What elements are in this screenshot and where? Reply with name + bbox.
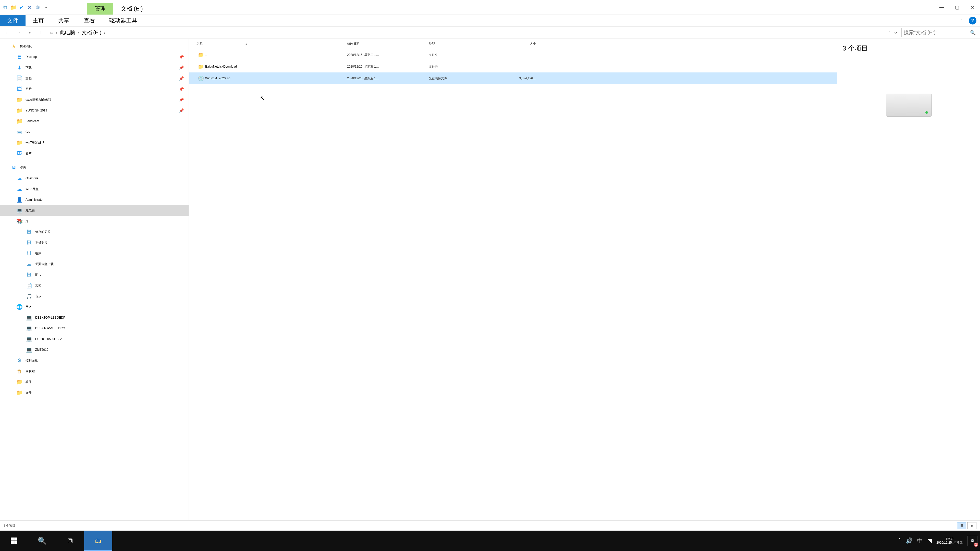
nav-back-button[interactable]: ←	[2, 27, 12, 38]
qat-close-icon[interactable]: ✕	[27, 4, 33, 11]
column-name[interactable]: 名称▴	[197, 41, 347, 46]
tree-item[interactable]: 🌐网络	[0, 302, 189, 312]
tree-item[interactable]: 👤Administrator	[0, 194, 189, 205]
file-list[interactable]: 名称▴ 修改日期 类型 大小 📁12020/12/15, 星期二 1…文件夹📁B…	[189, 39, 837, 520]
volume-icon[interactable]: 🔊	[906, 537, 913, 544]
file-row[interactable]: 💿Win7x64_2020.iso2020/12/25, 星期五 1…光盘映像文…	[189, 73, 837, 84]
file-row[interactable]: 📁BaiduNetdiskDownload2020/12/25, 星期五 1…文…	[189, 61, 837, 73]
clock-date: 2020/12/25, 星期五	[936, 541, 963, 545]
help-button[interactable]: ?	[969, 17, 977, 24]
chevron-right-icon[interactable]: ›	[76, 30, 80, 35]
tree-item[interactable]: 📁文件	[0, 387, 189, 398]
tree-item-label: 下载	[25, 65, 32, 70]
search-box[interactable]: 🔍	[901, 28, 978, 37]
tree-item[interactable]: 📁excel表格制作求和📌	[0, 94, 189, 105]
window-title: 文档 (E:)	[113, 3, 151, 14]
close-button[interactable]: ✕	[965, 2, 980, 13]
ribbon-file[interactable]: 文件	[0, 15, 25, 26]
search-icon[interactable]: 🔍	[970, 30, 976, 35]
ime-indicator[interactable]: 中	[917, 537, 923, 545]
tree-item[interactable]: 📚库	[0, 216, 189, 227]
minimize-button[interactable]: —	[934, 2, 950, 13]
nav-recent-dropdown[interactable]: ▾	[24, 27, 35, 38]
maximize-button[interactable]: ▢	[950, 2, 965, 13]
tree-item[interactable]: 🖴G:\	[0, 127, 189, 137]
clock[interactable]: 16:32 2020/12/25, 星期五	[936, 537, 963, 545]
nav-forward-button[interactable]: →	[13, 27, 24, 38]
tree-item[interactable]: 📁win7重装win7	[0, 137, 189, 148]
file-row[interactable]: 📁12020/12/15, 星期二 1…文件夹	[189, 49, 837, 61]
column-headers[interactable]: 名称▴ 修改日期 类型 大小	[189, 39, 837, 49]
tray-app-icon[interactable]: ◥	[928, 537, 932, 544]
tree-item[interactable]: 🖼图片	[0, 148, 189, 159]
column-date[interactable]: 修改日期	[347, 41, 429, 46]
file-date: 2020/12/25, 星期五 1…	[347, 65, 429, 69]
tree-item[interactable]: 🖼本机照片	[0, 237, 189, 248]
clock-time: 16:32	[946, 537, 953, 541]
taskbar-search-button[interactable]: 🔍	[28, 530, 56, 551]
action-center-button[interactable]: 💬 3	[967, 536, 977, 546]
ribbon-drive-tools[interactable]: 驱动器工具	[102, 15, 145, 26]
tree-item[interactable]: 💻此电脑	[0, 205, 189, 216]
qat-folder-icon[interactable]: 📁	[10, 4, 16, 11]
qat-settings-icon[interactable]: ❁	[35, 4, 41, 11]
taskbar-explorer-button[interactable]: 🗂	[84, 530, 112, 551]
tree-item[interactable]: ☁WPS网盘	[0, 184, 189, 194]
view-details-button[interactable]: ☰	[957, 522, 966, 529]
qat-dropdown-icon[interactable]: ▾	[43, 4, 49, 11]
tree-item[interactable]: 🎵音乐	[0, 291, 189, 302]
start-button[interactable]	[0, 530, 28, 551]
chevron-right-icon[interactable]: ›	[55, 30, 58, 35]
tree-item[interactable]: 🖥桌面	[0, 162, 189, 173]
tree-item[interactable]: 🖼图片📌	[0, 84, 189, 94]
breadcrumb-dropdown-icon[interactable]: ˅	[887, 31, 891, 35]
view-icons-button[interactable]: ▦	[967, 522, 977, 529]
ribbon-share[interactable]: 共享	[51, 15, 76, 26]
tree-item[interactable]: ★快速访问	[0, 41, 189, 52]
tree-item[interactable]: 🖼图片	[0, 269, 189, 280]
tree-item[interactable]: 📁Bandicam	[0, 116, 189, 127]
ribbon-collapse-icon[interactable]: ˄	[956, 15, 966, 26]
tree-item[interactable]: 📁软件	[0, 376, 189, 387]
tree-item[interactable]: ☁天翼云盘下载	[0, 259, 189, 269]
tree-item[interactable]: ⬇下载📌	[0, 62, 189, 73]
qat-check-icon[interactable]: ✔	[18, 4, 24, 11]
lib-icon: 📚	[16, 218, 23, 224]
title-bar: ⧉ 📁 ✔ ✕ ❁ ▾ 管理 文档 (E:) — ▢ ✕	[0, 0, 980, 15]
column-size[interactable]: 大小	[498, 41, 538, 46]
contextual-tab-manage[interactable]: 管理	[87, 3, 113, 14]
tree-item[interactable]: ⚙控制面板	[0, 355, 189, 366]
tree-item[interactable]: 📄文档	[0, 280, 189, 291]
tree-item[interactable]: 🎞视频	[0, 248, 189, 259]
chevron-right-icon[interactable]: ›	[103, 30, 106, 35]
tree-item[interactable]: 💻ZMT2019	[0, 345, 189, 355]
tree-item-label: OneDrive	[25, 176, 38, 180]
tree-item[interactable]: 💻PC-20190530OBLA	[0, 333, 189, 345]
tree-item[interactable]: 🗑回收站	[0, 366, 189, 376]
ribbon-view[interactable]: 查看	[76, 15, 102, 26]
tree-item[interactable]: 📁YUNQISHI2019📌	[0, 105, 189, 116]
tree-item[interactable]: ☁OneDrive	[0, 173, 189, 184]
breadcrumb-drive[interactable]: 文档 (E:)	[80, 29, 103, 36]
tree-item[interactable]: 💻DESKTOP-NJEU3CG	[0, 323, 189, 333]
column-type[interactable]: 类型	[429, 41, 498, 46]
tree-item[interactable]: 📄文档📌	[0, 73, 189, 84]
tree-item-label: Administrator	[25, 198, 44, 202]
refresh-icon[interactable]: ⟳	[893, 31, 899, 35]
tree-item[interactable]: 🖥Desktop📌	[0, 52, 189, 62]
breadcrumb[interactable]: 🖴 › 此电脑 › 文档 (E:) › ˅ ⟳	[47, 28, 900, 37]
quick-access-toolbar: ⧉ 📁 ✔ ✕ ❁ ▾	[0, 4, 51, 11]
tree-item[interactable]: 🖼保存的图片	[0, 227, 189, 237]
music-icon: 🎵	[25, 293, 33, 299]
search-input[interactable]	[904, 30, 970, 35]
task-view-button[interactable]: ⧉	[56, 530, 84, 551]
nav-up-button[interactable]: ↑	[36, 27, 46, 38]
tree-item-label: DESKTOP-LSSOEDP	[35, 316, 65, 319]
tray-overflow-icon[interactable]: ˄	[898, 537, 901, 544]
tree-item-label: 音乐	[35, 294, 41, 299]
tree-item[interactable]: 💻DESKTOP-LSSOEDP	[0, 312, 189, 323]
preview-pane: 3 个项目	[837, 39, 980, 520]
ribbon-home[interactable]: 主页	[25, 15, 51, 26]
breadcrumb-pc[interactable]: 此电脑	[58, 29, 76, 36]
navigation-tree[interactable]: ★快速访问🖥Desktop📌⬇下载📌📄文档📌🖼图片📌📁excel表格制作求和📌📁…	[0, 39, 189, 520]
